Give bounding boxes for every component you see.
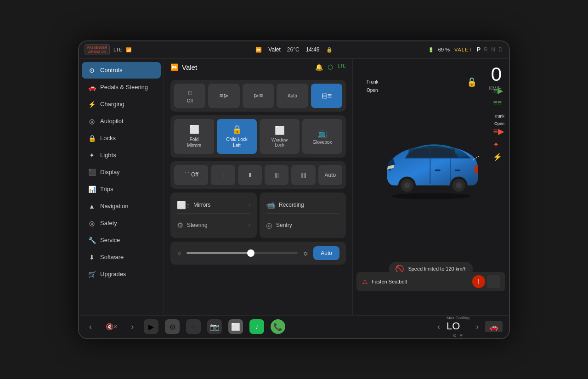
main-content: ⊙ Controls 🚗 Pedals & Steering ⚡ Chargin… <box>79 59 509 315</box>
low-beam-icon: ≡⊳ <box>220 92 229 99</box>
phone-button[interactable]: 📞 <box>271 319 285 334</box>
mirrors-steering-card: ⬜↕ Mirrors › ⚙ Steering › <box>170 192 257 238</box>
mirrors-label: Mirrors <box>193 202 210 208</box>
mirrors-row[interactable]: ⬜↕ Mirrors › <box>177 197 250 214</box>
sidebar-item-navigation[interactable]: ▲ Navigation <box>82 198 161 215</box>
seatbelt-alert-icon: ! <box>472 275 485 288</box>
sidebar-item-software[interactable]: ⬇ Software <box>82 249 161 266</box>
sidebar-item-service[interactable]: 🔧 Service <box>82 232 161 249</box>
child-lock-left-button[interactable]: 🔒 Child LockLeft <box>217 119 257 154</box>
brightness-auto-button[interactable]: Auto <box>313 246 339 260</box>
climate-area: ‹ Max Cooling LO ⊙ ❄ › 🚗 <box>434 316 503 338</box>
wiper-2-button[interactable]: ⏸ <box>238 165 262 185</box>
mirrors-icon: ⬜↕ <box>177 201 190 209</box>
svg-point-10 <box>456 182 462 188</box>
climate-icons: ⊙ ❄ <box>447 333 469 338</box>
climate-prev-button[interactable]: ‹ <box>434 320 444 334</box>
valet-label: Valet <box>268 46 280 53</box>
valet-mode-label: VALET <box>454 47 472 52</box>
recording-row[interactable]: 📹 Recording <box>266 197 339 214</box>
spotify-button[interactable]: ♪ <box>249 319 264 334</box>
lights-mode-icon: ⊟≡ <box>322 91 332 100</box>
upgrades-label: Upgrades <box>100 271 126 277</box>
notification-icons: 🔔 ⬡ LTE <box>315 63 346 71</box>
wiper-1-button[interactable]: | <box>211 165 235 185</box>
climate-display: Max Cooling LO ⊙ ❄ <box>447 316 469 338</box>
radio-button[interactable]: ⊙ <box>165 319 180 334</box>
more-button[interactable]: ··· <box>186 319 201 334</box>
mute-button[interactable]: 🔇× <box>102 321 121 332</box>
panel-title: Valet <box>182 63 197 71</box>
sentry-row[interactable]: ◎ Sentry <box>266 217 339 233</box>
gear-selector: P R N D <box>477 46 503 53</box>
climate-next-button[interactable]: › <box>472 320 482 334</box>
sidebar-item-trips[interactable]: 📊 Trips <box>82 181 161 198</box>
glovebox-button[interactable]: 📺 Glovebox <box>302 119 342 154</box>
spotify-icon: ♪ <box>255 322 259 331</box>
taskbar: ‹ 🔇× › ▶ ⊙ ··· 📷 ⬜ ♪ 📞 ‹ Max Cooling <box>79 315 509 338</box>
car-thumb-icon: 🚗 <box>489 322 498 331</box>
wiper-3-button[interactable]: ||| <box>265 165 288 185</box>
climate-fan-icon: ⊙ <box>453 333 457 338</box>
service-label: Service <box>100 237 120 243</box>
window-lock-button[interactable]: ⬜ WindowLock <box>260 119 300 154</box>
car-lock-icon: 🔓 <box>467 77 477 87</box>
sidebar-item-pedals[interactable]: 🚗 Pedals & Steering <box>82 79 161 96</box>
fold-mirrors-button[interactable]: ⬜ FoldMirrors <box>174 119 214 154</box>
wiper-4-icon: |||| <box>300 172 306 178</box>
trips-label: Trips <box>100 186 113 192</box>
signal-bars: 📶 <box>126 47 131 52</box>
time-display: 14:49 <box>306 46 320 53</box>
sidebar-item-locks[interactable]: 🔒 Locks <box>82 130 161 147</box>
sidebar-item-controls[interactable]: ⊙ Controls <box>82 62 161 79</box>
panel-header: ⏩ Valet 🔔 ⬡ LTE <box>170 63 346 75</box>
upgrades-icon: 🛒 <box>88 271 96 278</box>
wiper-3-icon: ||| <box>275 172 279 178</box>
trips-icon: 📊 <box>88 186 96 193</box>
sidebar-item-charging[interactable]: ⚡ Charging <box>82 96 161 113</box>
wiper-4-button[interactable]: |||| <box>291 165 315 185</box>
wiper-off-button[interactable]: ⌒ Off <box>174 165 208 185</box>
sidebar-item-lights[interactable]: ✦ Lights <box>82 147 161 164</box>
svg-rect-2 <box>431 148 455 157</box>
seatbelt-text: Fasten Seatbelt <box>372 279 407 284</box>
car-thumbnail[interactable]: 🚗 <box>485 321 503 332</box>
feature-grid: ⬜↕ Mirrors › ⚙ Steering › 📹 Recording <box>170 192 346 238</box>
recording-label: Recording <box>279 202 304 208</box>
lights-off-button[interactable]: ☼ Off <box>174 84 205 108</box>
low-beam-button[interactable]: ≡⊳ <box>208 84 239 108</box>
camera-button[interactable]: 📷 <box>207 319 222 334</box>
lights-mode-button[interactable]: ⊟≡ <box>311 84 342 108</box>
brightness-slider[interactable] <box>187 252 298 254</box>
whiteboard-button[interactable]: ⬜ <box>228 319 243 334</box>
carplay-button[interactable]: ▶ <box>144 319 158 334</box>
sidebar-item-autopilot[interactable]: ◎ Autopilot <box>82 113 161 130</box>
seat-indicator <box>487 275 500 288</box>
charging-icon: ⚡ <box>88 101 96 108</box>
car-svg-container: FrunkOpen 🔓 <box>362 73 500 260</box>
camera-icon: 📷 <box>210 322 219 331</box>
fold-mirrors-icon: ⬜ <box>189 124 199 135</box>
tesla-screen: PASSENGERAIRBAG ON LTE 📶 ⏩ Valet 26°C 14… <box>78 40 510 339</box>
controls-icon: ⊙ <box>88 67 96 74</box>
gear-p[interactable]: P <box>477 46 481 53</box>
brightness-thumb[interactable] <box>247 249 254 257</box>
next-button[interactable]: › <box>127 320 137 334</box>
sidebar-item-display[interactable]: ⬛ Display <box>82 164 161 181</box>
autopilot-icon: ◎ <box>88 118 96 125</box>
lights-label: Lights <box>100 152 116 158</box>
high-beam-button[interactable]: ⊳≡ <box>243 84 274 108</box>
wiper-auto-button[interactable]: Auto <box>318 165 342 185</box>
brightness-low-icon: ☼ <box>177 250 182 256</box>
lights-auto-button[interactable]: Auto <box>277 84 308 108</box>
prev-button[interactable]: ‹ <box>85 320 96 334</box>
steering-row[interactable]: ⚙ Steering › <box>177 217 250 233</box>
valet-icon: ⏩ <box>255 47 262 53</box>
lighting-row: ☼ Off ≡⊳ ⊳≡ Auto ⊟≡ <box>170 80 346 112</box>
signal-indicator: LTE <box>113 47 122 52</box>
phone-icon: 📞 <box>273 322 283 331</box>
brightness-high-icon: ☼ <box>302 249 309 257</box>
window-lock-icon: ⬜ <box>275 125 285 136</box>
sidebar-item-upgrades[interactable]: 🛒 Upgrades <box>82 266 161 283</box>
sidebar-item-safety[interactable]: ◎ Safety <box>82 215 161 232</box>
